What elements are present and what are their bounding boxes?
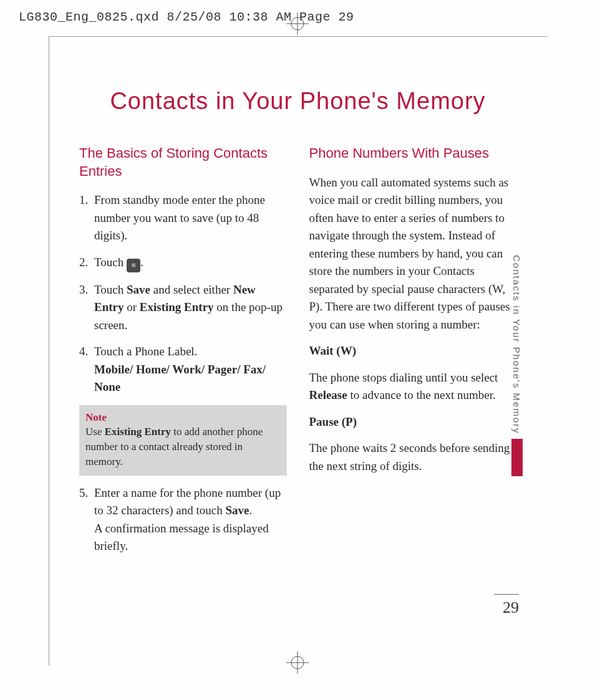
text: Use [85,426,105,438]
note-box: Note Use Existing Entry to add another p… [79,405,287,476]
page-title: Contacts in Your Phone's Memory [79,88,516,115]
step-number: 2. [79,254,94,272]
text: or [124,300,140,314]
bold-text: Existing Entry [105,426,171,438]
page-frame: Contacts in Your Phone's Memory The Basi… [49,36,548,666]
step-body: Touch ≡. [94,254,287,272]
step-4: 4. Touch a Phone Label. Mobile/ Home/ Wo… [79,343,287,396]
step-2: 2. Touch ≡. [79,254,287,272]
subheading-pause: Pause (P) [309,413,517,431]
side-tab-marker [511,439,523,476]
step-number: 4. [79,343,94,396]
step-number: 3. [79,281,94,335]
step-body: Enter a name for the phone number (up to… [94,484,287,555]
intro-paragraph: When you call automated systems such as … [309,174,517,334]
text: . [249,504,253,517]
side-tab: Contacts in Your Phone's Memory [511,255,523,476]
text: A confirmation message is displayed brie… [94,522,269,553]
right-column: Phone Numbers With Pauses When you call … [309,145,517,564]
step-number: 1. [79,191,94,245]
step-1: 1. From standby mode enter the phone num… [79,191,287,245]
text: The phone stops dialing until you select [309,371,498,384]
text: to advance to the next number. [347,388,496,401]
subheading-wait: Wait (W) [309,342,517,360]
text: . [140,256,143,269]
note-label: Note [85,410,281,425]
bold-text: Mobile/ Home/ Work/ Pager/ Fax/ None [94,363,266,394]
text: Enter a name for the phone number (up to… [94,486,281,517]
step-number: 5. [79,484,94,555]
text: Touch [94,256,127,269]
section-heading-pauses: Phone Numbers With Pauses [309,145,517,163]
step-body: Touch a Phone Label. Mobile/ Home/ Work/… [94,343,287,396]
step-5: 5. Enter a name for the phone number (up… [79,484,287,555]
crop-mark-bottom-icon [286,651,309,676]
left-column: The Basics of Storing Contacts Entries 1… [79,145,287,564]
step-body: Touch Save and select either New Entry o… [94,281,287,335]
bold-text: Existing Entry [140,300,214,314]
crop-mark-top-icon [286,12,309,37]
bold-text: Release [309,388,347,401]
bold-text: Save [226,504,249,517]
text: Touch a Phone Label. [94,345,197,358]
step-body: From standby mode enter the phone number… [94,191,287,245]
step-3: 3. Touch Save and select either New Entr… [79,281,287,335]
bold-text: Save [127,283,150,296]
section-heading-storing: The Basics of Storing Contacts Entries [79,145,287,180]
page-number: 29 [494,594,519,617]
text: and select either [150,283,233,296]
side-tab-label: Contacts in Your Phone's Memory [511,255,522,434]
pause-paragraph: The phone waits 2 seconds before sending… [309,439,517,475]
wait-paragraph: The phone stops dialing until you select… [309,369,517,405]
text: Touch [94,283,127,296]
menu-icon: ≡ [127,259,140,272]
